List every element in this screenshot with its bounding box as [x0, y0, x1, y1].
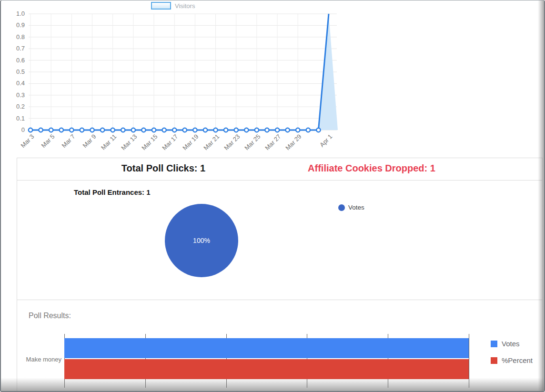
y-axis-label: 0: [5, 126, 25, 133]
visitors-chart-svg: [1, 0, 356, 158]
data-point-marker: [224, 128, 228, 132]
total-poll-clicks-heading: Total Poll Clicks: 1: [121, 163, 205, 174]
data-point-marker: [131, 128, 135, 132]
visitors-line-chart: Visitors 1.00.90.80.70.60.50.40.30.20.10…: [1, 0, 356, 158]
data-point-marker: [285, 128, 289, 132]
data-point-marker: [111, 128, 114, 132]
y-axis-label: 0.3: [5, 91, 25, 99]
data-point-marker: [296, 128, 300, 132]
panel-section-divider: [17, 300, 543, 300]
y-axis-label: 0.2: [5, 103, 25, 110]
data-point-marker: [275, 128, 279, 132]
bar-gridline: [469, 334, 469, 388]
data-point-marker: [80, 128, 84, 132]
data-point-marker: [213, 128, 217, 132]
visitors-legend-label: Visitors: [175, 2, 195, 10]
y-axis-label: 0.4: [5, 80, 25, 87]
bar-percent: [64, 359, 469, 379]
poll-stats-page: Visitors 1.00.90.80.70.60.50.40.30.20.10…: [0, 0, 545, 392]
data-point-marker: [203, 128, 207, 132]
data-point-marker: [234, 128, 238, 132]
bar-category-label: Make money: [14, 356, 61, 363]
visitors-legend-swatch-icon: [151, 2, 171, 10]
data-point-marker: [306, 128, 310, 132]
data-point-marker: [70, 128, 73, 132]
total-poll-entrances-title: Total Poll Entrances: 1: [74, 188, 151, 196]
percent-legend-swatch-icon: [491, 357, 497, 364]
data-point-marker: [244, 128, 248, 132]
y-axis-label: 0.5: [5, 68, 25, 75]
data-point-marker: [60, 128, 63, 132]
bar-votes: [64, 338, 469, 358]
y-axis-label: 1.0: [5, 10, 25, 17]
data-point-marker: [121, 128, 125, 132]
data-point-marker: [162, 128, 166, 132]
data-point-marker: [265, 128, 269, 132]
data-point-marker: [49, 128, 53, 132]
y-axis-label: 0.7: [5, 45, 25, 52]
data-point-marker: [193, 128, 197, 132]
pie-legend: Votes: [338, 204, 364, 211]
votes-legend-label: Votes: [502, 340, 520, 348]
y-axis-label: 0.6: [5, 57, 25, 64]
data-point-marker: [255, 128, 259, 132]
data-point-marker: [29, 128, 32, 132]
data-point-marker: [39, 128, 42, 132]
data-point-marker: [172, 128, 176, 132]
bar-legend-votes: Votes: [491, 340, 520, 348]
y-axis-label: 0.8: [5, 33, 25, 40]
y-axis-label: 0.9: [5, 21, 25, 29]
data-point-marker: [90, 128, 94, 132]
votes-legend-dot-icon: [338, 204, 345, 211]
panel-header-divider: [17, 180, 543, 181]
visitors-legend: Visitors: [151, 2, 195, 10]
affiliate-cookies-heading: Affiliate Cookies Dropped: 1: [308, 163, 435, 174]
y-axis-label: 0.1: [5, 115, 25, 122]
data-point-marker: [316, 128, 320, 132]
poll-results-title: Poll Results:: [29, 312, 71, 320]
data-point-marker: [141, 128, 145, 132]
data-point-marker: [152, 128, 156, 132]
votes-legend-swatch-icon: [491, 341, 497, 347]
data-point-marker: [101, 128, 104, 132]
pie-legend-label: Votes: [348, 204, 364, 211]
bar-legend-percent: %Percent: [491, 356, 533, 364]
data-point-marker: [183, 128, 187, 132]
pie-slice-percentage: 100%: [193, 237, 210, 244]
percent-legend-label: %Percent: [502, 356, 533, 364]
votes-pie-chart: 100%: [165, 204, 238, 277]
